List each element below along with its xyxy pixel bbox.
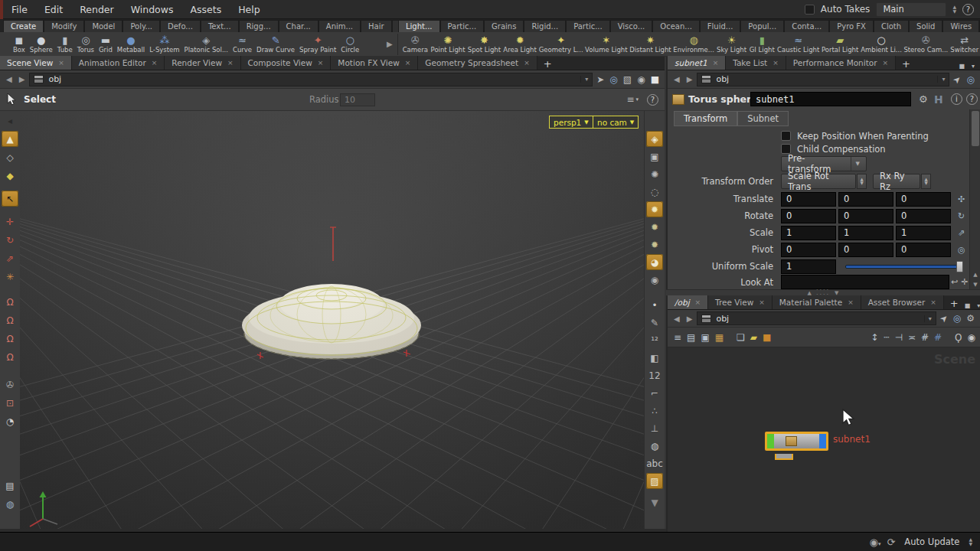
shelf-tab[interactable]: Char...: [279, 20, 318, 32]
tool-curve[interactable]: ≈Curve: [230, 34, 254, 54]
pane-maximize-icon[interactable]: ■: [959, 63, 965, 70]
snap-grid-icon[interactable]: Ω: [2, 294, 18, 310]
rotate-order-dropdown[interactable]: Rx Ry Rz: [873, 174, 920, 189]
pane-maximize-icon[interactable]: ■: [965, 302, 971, 309]
tool-spraypaint[interactable]: ✦Spray Paint: [297, 34, 338, 54]
snap-curve-icon[interactable]: Ω: [2, 312, 18, 328]
shelf-tab[interactable]: Wires: [942, 20, 979, 32]
close-icon[interactable]: ×: [58, 59, 64, 67]
folder-tab[interactable]: Subnet: [737, 111, 789, 126]
parameter-field-z[interactable]: 0: [896, 209, 951, 223]
shelf-tab[interactable]: Poly...: [122, 20, 160, 32]
tool-stereocam[interactable]: ✇Stereo Cam...: [903, 34, 949, 54]
close-icon[interactable]: ×: [318, 59, 324, 67]
tool-lsystem[interactable]: ⁂L-System: [147, 34, 181, 54]
tool-metaball[interactable]: ●Metaball: [115, 34, 147, 54]
tool-box[interactable]: ◼Box: [11, 34, 28, 54]
forward-icon[interactable]: ▶: [17, 75, 28, 83]
folder-tab[interactable]: Transform: [674, 111, 737, 126]
point-trail-icon[interactable]: ∴: [646, 403, 663, 419]
shelf-tab[interactable]: Defo...: [160, 20, 201, 32]
shelf-tab[interactable]: Model: [84, 20, 122, 32]
snap-point-icon[interactable]: Ω: [2, 331, 18, 347]
path-dropdown-icon[interactable]: ▾: [924, 315, 932, 322]
tool-portallight[interactable]: ▰Portal Light: [821, 34, 860, 54]
menu-item[interactable]: Assets: [181, 0, 230, 19]
pane-tab[interactable]: Composite View×: [241, 56, 332, 70]
network-box-icon[interactable]: ■: [763, 332, 771, 343]
menu-item[interactable]: Edit: [36, 0, 71, 19]
pose-tool-icon[interactable]: ✳: [2, 269, 18, 285]
memory-icon[interactable]: ◉▾: [870, 536, 881, 548]
viewport-name-menu[interactable]: persp1▼: [549, 116, 593, 129]
scale-tool-icon[interactable]: ⇗: [2, 250, 18, 266]
menu-item[interactable]: Windows: [122, 0, 182, 19]
camera-menu[interactable]: no cam▼: [593, 116, 639, 129]
palette-icon[interactable]: ▦: [715, 332, 724, 343]
close-icon[interactable]: ×: [883, 59, 889, 67]
point-numbers-icon[interactable]: ¹²: [646, 332, 663, 348]
back-icon[interactable]: ◀: [671, 75, 682, 83]
tool-ambientlight[interactable]: ○Ambient Li...: [860, 34, 903, 54]
scrollbar-thumb[interactable]: [972, 111, 979, 146]
undo-icon[interactable]: ↩: [949, 277, 959, 287]
pin-icon[interactable]: ➤: [939, 313, 949, 324]
ghost-objects-icon[interactable]: ◌: [646, 184, 663, 200]
snap-nodes-icon[interactable]: #: [921, 332, 929, 343]
pane-tab[interactable]: Tree View×: [708, 295, 773, 309]
tool-sphere[interactable]: ●Sphere: [28, 34, 55, 54]
pane-tab[interactable]: Scene View×: [0, 56, 72, 70]
node-chooser-icon[interactable]: ✛: [959, 277, 969, 287]
abc-icon[interactable]: abc: [646, 455, 663, 471]
shelf-tab[interactable]: Anim...: [318, 20, 361, 32]
recook-icon[interactable]: ⟳: [887, 536, 895, 548]
parameter-field-x[interactable]: 0: [781, 192, 836, 207]
path-field[interactable]: obj ▾: [29, 73, 593, 86]
tool-causticlight[interactable]: ≈Caustic Light: [776, 34, 821, 54]
prim-numbers-icon[interactable]: 12: [646, 367, 663, 383]
pin-icon[interactable]: ➤: [595, 74, 606, 85]
forward-icon[interactable]: ▶: [684, 75, 695, 83]
shelf-tab[interactable]: Partic...: [566, 20, 610, 32]
path-field[interactable]: obj ▾: [697, 73, 949, 86]
align-icon[interactable]: ⊣: [894, 332, 902, 343]
tool-arealight[interactable]: ✹Area Light: [502, 34, 538, 54]
handle-icon[interactable]: ✣: [958, 194, 965, 204]
tool-switcher[interactable]: ⇄Switcher: [949, 34, 980, 54]
new-tab-icon[interactable]: +: [944, 298, 965, 309]
pane-tab[interactable]: /obj×: [668, 295, 708, 309]
network-canvas[interactable]: Scene subnet1: [668, 347, 980, 532]
vertical-spacing-icon[interactable]: ↕: [871, 332, 878, 343]
parameter-field-y[interactable]: 0: [838, 209, 893, 223]
gear-icon[interactable]: ⚙: [919, 93, 928, 105]
back-icon[interactable]: ◀: [671, 315, 682, 323]
target-icon[interactable]: ◎: [608, 74, 619, 85]
forward-icon[interactable]: ▶: [684, 315, 695, 323]
shelf-tab[interactable]: Light...: [398, 20, 440, 32]
shelf-tab[interactable]: Ocean...: [652, 20, 700, 32]
close-icon[interactable]: ×: [848, 298, 854, 306]
headlight-icon[interactable]: ✹: [646, 201, 663, 217]
node-render-flag[interactable]: [819, 434, 826, 448]
look-at-field[interactable]: [781, 275, 949, 289]
tool-spotlight[interactable]: ✸Spot Light: [466, 34, 502, 54]
parameter-field-y[interactable]: 0: [838, 192, 893, 207]
shelf-tab[interactable]: Solid: [909, 20, 942, 32]
transform-order-spinner[interactable]: ▲▼: [857, 174, 867, 189]
close-icon[interactable]: ×: [152, 59, 158, 67]
hull-markers-icon[interactable]: ⌐: [646, 385, 663, 401]
pane-tab[interactable]: Render View×: [165, 56, 240, 70]
tool-drawcurve[interactable]: ✎Draw Curve: [254, 34, 297, 54]
pane-tab[interactable]: Motion FX View×: [331, 56, 418, 70]
globe-icon[interactable]: ◍: [2, 496, 18, 512]
node-display-flag[interactable]: [767, 434, 774, 448]
shelf-tab[interactable]: Visco...: [610, 20, 653, 32]
parameter-field-y[interactable]: 1: [838, 226, 893, 240]
image-planes-icon[interactable]: ▨: [646, 473, 663, 489]
normal-lighting-icon[interactable]: ✹: [646, 219, 663, 235]
take-selector[interactable]: Main: [876, 2, 946, 17]
shelf-overflow-icon[interactable]: ▶: [384, 40, 396, 48]
tool-help-icon[interactable]: ?: [647, 94, 658, 106]
layout-single-icon[interactable]: ■: [649, 74, 661, 85]
grab-view-icon[interactable]: ▤: [2, 478, 18, 494]
